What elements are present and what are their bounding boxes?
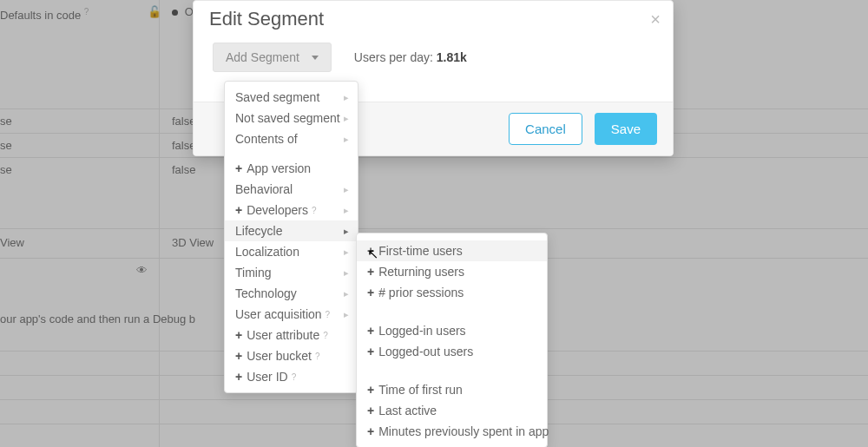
chevron-right-icon: ▸ <box>344 184 349 195</box>
plus-icon: + <box>367 383 374 397</box>
chevron-right-icon: ▸ <box>344 247 349 258</box>
menu-group-gap <box>357 303 547 320</box>
lifecycle-item-label: Last active <box>378 404 437 417</box>
help-icon: ? <box>323 331 328 340</box>
segment-category-item[interactable]: Localization▸ <box>225 241 358 262</box>
lock-icon: 🔓 <box>148 5 161 18</box>
segment-category-item[interactable]: +User bucket? <box>225 345 358 366</box>
lifecycle-item[interactable]: +Minutes previously spent in app <box>357 421 547 442</box>
lifecycle-item-label: First-time users <box>378 244 462 258</box>
segment-category-item[interactable]: +App version <box>225 158 358 179</box>
segment-category-item-label: Developers <box>247 203 308 217</box>
cancel-button[interactable]: Cancel <box>509 113 582 145</box>
bg-view-label: View <box>0 229 165 257</box>
help-icon: ? <box>315 352 320 361</box>
segment-category-item-label: Technology <box>235 286 297 300</box>
segment-category-item[interactable]: Saved segment▸ <box>225 87 358 108</box>
chevron-right-icon: ▸ <box>344 113 349 124</box>
segment-category-item-label: Not saved segment <box>235 111 340 125</box>
segment-category-item[interactable]: +User ID? <box>225 366 358 387</box>
save-button[interactable]: Save <box>595 113 657 145</box>
segment-category-item-label: Lifecycle <box>235 224 282 238</box>
chevron-right-icon: ▸ <box>344 226 349 237</box>
plus-icon: + <box>367 244 374 258</box>
plus-icon: + <box>235 203 242 217</box>
lifecycle-item[interactable]: +Logged-in users <box>357 320 547 341</box>
segment-category-item-label: User ID <box>247 370 287 384</box>
lifecycle-submenu[interactable]: +First-time users+Returning users+# prio… <box>356 233 548 447</box>
segment-category-item-label: Timing <box>235 266 272 279</box>
bg-cell: se <box>0 158 165 182</box>
lifecycle-item[interactable]: +Logged-out users <box>357 341 547 362</box>
help-icon: ? <box>84 7 89 16</box>
segment-category-item-label: User bucket <box>247 349 312 363</box>
segment-category-item-label: Behavioral <box>235 182 293 196</box>
add-segment-label: Add Segment <box>226 50 299 64</box>
eye-icon: 👁 <box>136 259 148 283</box>
chevron-down-icon <box>312 56 319 60</box>
bg-cell: false <box>165 134 195 158</box>
segment-category-item[interactable]: Timing▸ <box>225 262 358 283</box>
help-icon: ? <box>292 372 297 382</box>
help-icon: ? <box>312 206 317 215</box>
plus-icon: + <box>235 161 242 175</box>
segment-category-item[interactable]: Technology▸ <box>225 283 358 304</box>
help-icon: ? <box>326 310 331 319</box>
segment-category-item[interactable]: Contents of▸ <box>225 128 358 149</box>
plus-icon: + <box>367 324 374 338</box>
segment-category-item-label: Localization <box>235 245 299 259</box>
add-segment-menu[interactable]: Saved segment▸Not saved segment▸Contents… <box>224 81 358 393</box>
modal-title: Edit Segment <box>194 1 673 43</box>
plus-icon: + <box>367 286 374 299</box>
plus-icon: + <box>235 328 242 342</box>
segment-category-item-label: App version <box>247 161 311 175</box>
lifecycle-item-label: Returning users <box>378 265 464 279</box>
users-per-day-value: 1.81k <box>437 50 467 64</box>
bg-3d-view-label: 3D View <box>165 229 214 257</box>
plus-icon: + <box>367 345 374 358</box>
lifecycle-item[interactable]: +# prior sessions <box>357 282 547 303</box>
segment-category-item-label: User attribute <box>247 328 319 342</box>
lifecycle-item-label: Logged-in users <box>378 324 465 338</box>
segment-category-item-label: Saved segment <box>235 90 319 104</box>
chevron-right-icon: ▸ <box>344 92 349 103</box>
plus-icon: + <box>235 370 242 384</box>
bg-cell: se <box>0 109 165 134</box>
lifecycle-item[interactable]: +Time of first run <box>357 379 547 400</box>
bg-cell: se <box>0 134 165 158</box>
bg-defaults-label: Defaults in code <box>0 9 81 22</box>
lifecycle-item-label: Logged-out users <box>378 345 473 358</box>
segment-category-item[interactable]: Lifecycle▸ <box>225 220 358 241</box>
plus-icon: + <box>235 349 242 363</box>
lifecycle-item[interactable]: +Last active <box>357 400 547 421</box>
lifecycle-item-label: Time of first run <box>378 383 463 397</box>
segment-category-item-label: Contents of <box>235 132 298 146</box>
menu-group-gap <box>357 362 547 379</box>
lifecycle-item[interactable]: +Returning users <box>357 261 547 282</box>
menu-separator <box>225 149 358 158</box>
plus-icon: + <box>367 424 374 438</box>
plus-icon: + <box>367 404 374 417</box>
chevron-right-icon: ▸ <box>344 134 349 145</box>
bg-cell: false <box>165 109 195 134</box>
segment-category-item-label: User acquisition <box>235 307 322 321</box>
lifecycle-item-label: Minutes previously spent in app <box>378 424 549 438</box>
segment-category-item[interactable]: Behavioral▸ <box>225 179 358 200</box>
add-segment-dropdown-button[interactable]: Add Segment <box>213 43 332 72</box>
chevron-right-icon: ▸ <box>344 267 349 279</box>
status-dot-icon <box>172 10 178 16</box>
users-per-day-text: Users per day: 1.81k <box>354 50 467 64</box>
segment-category-item[interactable]: +Developers?▸ <box>225 200 358 220</box>
segment-category-item[interactable]: User acquisition?▸ <box>225 304 358 325</box>
plus-icon: + <box>367 265 374 279</box>
bg-debug-text: our app's code and then run a Debug b <box>0 312 195 325</box>
bg-cell: false <box>165 158 195 182</box>
close-icon[interactable]: × <box>650 10 661 30</box>
lifecycle-item[interactable]: +First-time users <box>357 240 547 261</box>
lifecycle-item-label: # prior sessions <box>378 286 464 299</box>
chevron-right-icon: ▸ <box>344 309 349 320</box>
segment-category-item[interactable]: +User attribute? <box>225 325 358 345</box>
segment-category-item[interactable]: Not saved segment▸ <box>225 108 358 128</box>
chevron-right-icon: ▸ <box>344 205 349 216</box>
chevron-right-icon: ▸ <box>344 288 349 299</box>
